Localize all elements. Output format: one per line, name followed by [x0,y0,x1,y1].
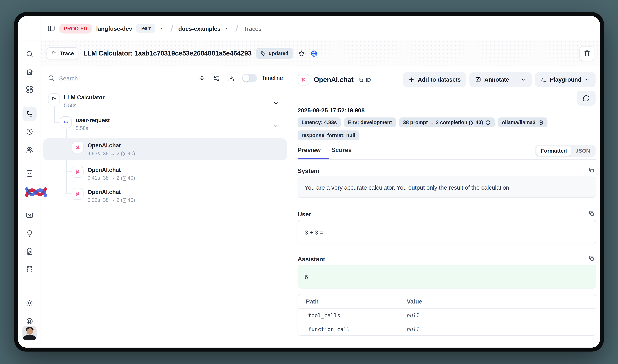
system-section-label: System [297,168,319,175]
latency-badge: Latency: 4.83s [297,117,341,127]
traces-icon[interactable] [26,110,33,118]
copy-id-button[interactable]: ID [358,77,371,83]
tree-connector [66,171,72,172]
playground-terminal-icon[interactable] [26,188,33,195]
openai-icon [72,142,84,153]
output-table: Path Value tool_calls null function_call… [297,294,596,336]
openai-icon [297,74,309,85]
path-cell: tool_calls [308,312,340,318]
observation-timestamp: 2025-08-25 17:52:19.908 [297,107,364,114]
observation-header: OpenAI.chat ID [297,74,371,85]
settings-gear-icon[interactable] [26,299,33,307]
json-option[interactable]: JSON [571,146,594,156]
tree-item-metrics: 0.32s 38 → 2 (∑ 40) [88,197,135,203]
users-icon[interactable] [26,146,33,154]
model-badge[interactable]: ollama/llama3 [498,117,547,127]
download-icon[interactable] [227,74,235,82]
value-column-header: Value [407,298,422,305]
user-message-box: 3 + 3 = [297,220,596,244]
tree-item-label: user-request [76,117,110,123]
system-message-text: You are a very accurate calculator. You … [305,184,511,191]
chevron-down-icon[interactable] [273,122,279,129]
tree-item-label: LLM Calculator [64,94,104,101]
annotate-split-button: Annotate [469,72,532,87]
info-icon [485,120,491,125]
langfuse-app: PROD-EU langfuse-dev Team docs-examples … [18,16,600,348]
sessions-clock-icon[interactable] [26,128,33,135]
tree-item-label: OpenAI.chat [88,167,121,173]
annotate-dropdown-chevron[interactable] [515,72,532,87]
add-to-datasets-button[interactable]: Add to datasets [403,72,466,87]
trace-icon [48,93,60,105]
path-cell: function_call [308,326,350,332]
add-to-datasets-label: Add to datasets [418,77,461,83]
annotate-label: Annotate [484,77,509,83]
environment-badge[interactable]: PROD-EU [59,24,92,33]
playground-button[interactable]: Playground [535,72,595,87]
copy-icon [358,77,364,83]
trace-title-bar: Trace LLM Calculator: 1aab1c70319ce53e26… [41,41,600,66]
star-icon[interactable] [297,50,305,57]
search-input[interactable] [59,75,142,81]
format-toggle: Formatted JSON [535,145,595,157]
id-label: ID [366,77,371,83]
table-row: function_call null [298,322,596,336]
tag-badge-label: updated [269,51,289,56]
tabs-divider [297,159,596,160]
org-type-badge: Team [136,24,155,33]
globe-icon[interactable] [310,50,318,57]
datasets-database-icon[interactable] [26,265,33,273]
tree-item-duration: 5.58s [76,125,88,131]
trace-type-chip[interactable]: Trace [47,47,79,60]
chevron-down-icon[interactable] [273,100,279,106]
tab-preview[interactable]: Preview [297,147,321,154]
env-badge: Env: development [344,117,396,127]
project-name[interactable]: docs-examples [178,25,220,32]
token-usage-badge[interactable]: 38 prompt → 2 completion (∑ 40) [399,117,495,127]
panel-left-toggle-icon[interactable] [47,25,55,32]
home-icon[interactable] [26,68,33,76]
formatted-option[interactable]: Formatted [537,146,571,156]
tag-badge[interactable]: updated [256,48,293,59]
breadcrumb-section[interactable]: Traces [244,25,261,32]
observation-badges: Latency: 4.83s Env: development 38 promp… [297,117,590,141]
response-format-badge: response_format: null [297,130,359,140]
trace-chip-label: Trace [60,51,74,56]
search-icon[interactable] [26,50,33,58]
tab-scores[interactable]: Scores [331,147,352,154]
copy-icon[interactable] [588,210,595,217]
org-name[interactable]: langfuse-dev [96,25,132,32]
observation-title: OpenAI.chat [314,76,353,84]
delete-trace-button[interactable] [579,46,594,61]
view-settings-icon[interactable] [213,74,220,82]
support-lifebuoy-icon[interactable] [26,317,33,325]
tree-toolbar: Timeline [41,66,290,90]
breadcrumb-separator [170,25,173,32]
annotate-button[interactable]: Annotate [469,72,515,87]
comment-bubble-icon [582,94,590,102]
tree-connector [54,106,55,122]
plus-icon [408,77,415,83]
insights-lightbulb-icon[interactable] [26,229,33,237]
pen-square-icon [475,77,481,83]
user-avatar[interactable] [23,326,37,340]
tree-connector [54,122,60,122]
prompts-file-code-icon[interactable] [26,169,33,177]
collapse-all-icon[interactable] [198,74,206,82]
evals-percent-icon[interactable] [26,211,33,219]
copy-icon[interactable] [588,167,595,173]
tree-item-label: OpenAI.chat [88,142,121,149]
user-section-label: User [297,211,311,218]
org-chevron-down-icon[interactable] [159,26,165,31]
assistant-message-text: 6 [305,273,308,280]
comment-button[interactable] [577,91,595,105]
value-cell: null [407,326,420,332]
project-chevron-down-icon[interactable] [224,26,230,31]
annotation-clipboard-icon[interactable] [26,247,33,255]
timeline-toggle[interactable] [242,74,257,82]
trace-tree-panel: Timeline LLM Calculator 5.58s [41,66,290,348]
path-column-header: Path [306,298,319,305]
breadcrumb-separator [235,25,238,32]
dashboard-icon[interactable] [26,86,33,93]
copy-icon[interactable] [588,255,595,262]
